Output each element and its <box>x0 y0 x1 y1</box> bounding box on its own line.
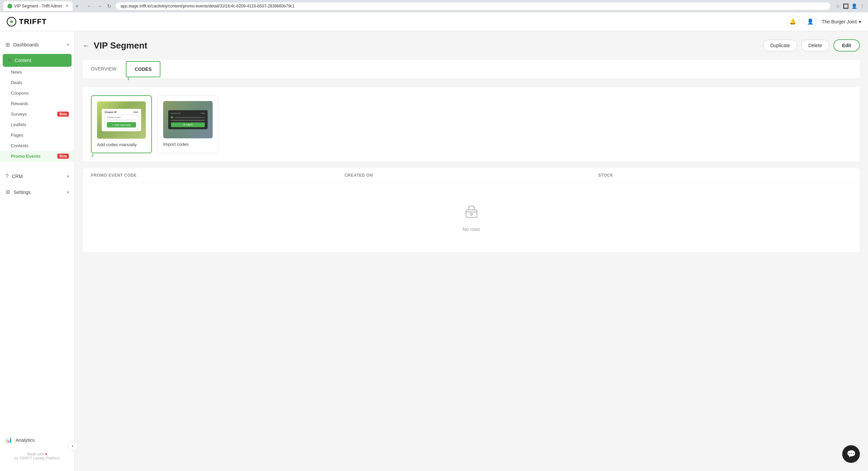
user-profile-icon: 👤 <box>807 18 814 25</box>
add-card-number: 2 <box>92 153 94 157</box>
import-codes-thumb-inner: Coupon ID Date ⬆ Import <box>168 110 208 129</box>
add-codes-inner-box: Coupon Codes + Add manually <box>104 115 138 129</box>
table-header: PROMO EVENT CODE CREATED ON STOCK <box>83 168 860 183</box>
svg-point-1 <box>470 213 472 215</box>
sidebar-footer: Made with ♥ by TRIFFT Loyalty Platform <box>0 447 74 466</box>
add-codes-card[interactable]: Coupon ID Date Coupon Codes + Add manual… <box>91 95 152 153</box>
footer-line2: by TRIFFT Loyalty Platform <box>5 456 69 460</box>
tab-codes[interactable]: CODES 1 <box>126 61 160 77</box>
table-col-stock: STOCK <box>598 173 852 178</box>
table-empty-state: No rows <box>83 183 860 252</box>
add-codes-thumb-inner: Coupon ID Date Coupon Codes + Add manual… <box>102 109 141 131</box>
add-codes-thumbnail: Coupon ID Date Coupon Codes + Add manual… <box>97 101 146 139</box>
edit-button[interactable]: Edit <box>833 39 860 52</box>
sidebar-item-dashboards[interactable]: ⊞ Dashboards ▾ <box>0 38 74 51</box>
app-container: TRIFFT 🔔 👤 The Burger Joint ▾ ⊞ Dashboar… <box>0 12 868 471</box>
sidebar-item-analytics[interactable]: 📊 Analytics <box>0 433 74 447</box>
sidebar-item-coupons[interactable]: Coupons <box>0 88 74 98</box>
sidebar-item-settings[interactable]: ⚙ Settings ▾ <box>0 185 74 199</box>
profile-icon[interactable]: 👤 <box>851 3 857 9</box>
restaurant-name: The Burger Joint <box>822 19 857 24</box>
forward-browser-button[interactable]: → <box>95 3 103 9</box>
browser-tabs: VIP Segment - Trifft Admin ✕ + <box>3 1 80 11</box>
crm-chevron-icon: ▾ <box>67 174 69 179</box>
duplicate-button[interactable]: Duplicate <box>763 40 797 51</box>
surveys-label: Surveys <box>11 112 27 117</box>
promo-events-beta-badge: Beta <box>57 154 69 159</box>
tab-favicon <box>7 4 12 8</box>
rewards-label: Rewards <box>11 101 28 106</box>
import-thumb-btn: ⬆ Import <box>171 122 205 127</box>
surveys-beta-badge: Beta <box>57 112 69 117</box>
restaurant-selector[interactable]: The Burger Joint ▾ <box>822 19 862 24</box>
page-title-area: ← VIP Segment <box>83 40 147 51</box>
table-col-promo-code: PROMO EVENT CODE <box>91 173 345 178</box>
sidebar-crm-label: CRM <box>12 174 63 179</box>
notification-button[interactable]: 🔔 <box>787 16 799 28</box>
settings-icon: ⚙ <box>5 189 10 195</box>
main-content: ← VIP Segment Duplicate Delete Edit OVER… <box>75 31 868 471</box>
empty-text: No rows <box>463 227 480 232</box>
app-logo: TRIFFT <box>7 17 47 26</box>
sidebar-collapse-button[interactable]: ‹ <box>68 441 77 451</box>
chat-widget-button[interactable]: 💬 <box>842 445 860 463</box>
chevron-down-icon: ▾ <box>859 19 861 24</box>
sidebar-settings-section: ⚙ Settings ▾ <box>0 184 74 200</box>
tab-overview[interactable]: OVERVIEW <box>83 61 124 77</box>
tab-overview-label: OVERVIEW <box>91 66 116 72</box>
coupons-label: Coupons <box>11 91 28 96</box>
chat-icon: 💬 <box>847 450 856 458</box>
back-button[interactable]: ← <box>83 42 90 50</box>
sidebar-divider-1 <box>5 165 69 166</box>
sidebar-item-content[interactable]: ≡ Content ▴ <box>3 54 72 67</box>
leaflets-label: Leaflets <box>11 122 26 127</box>
sidebar-content-label: Content <box>15 58 61 63</box>
crm-icon: ? <box>5 173 8 179</box>
add-codes-green-btn: + Add manually <box>107 122 136 127</box>
user-profile-button[interactable]: 👤 <box>804 16 816 28</box>
sidebar-dashboards-label: Dashboards <box>13 42 63 47</box>
table-col-created-on: CREATED ON <box>345 173 598 178</box>
active-browser-tab[interactable]: VIP Segment - Trifft Admin ✕ <box>3 1 73 11</box>
import-thumb-row <box>171 120 205 121</box>
import-codes-card[interactable]: Coupon ID Date ⬆ Import <box>157 95 218 153</box>
content-chevron-icon: ▴ <box>64 58 66 63</box>
settings-chevron-icon: ▾ <box>67 190 69 195</box>
reload-browser-button[interactable]: ↻ <box>105 3 113 9</box>
analytics-icon: 📊 <box>5 437 12 443</box>
sidebar-item-pages[interactable]: Pages <box>0 130 74 140</box>
browser-action-icons: ☆ 🔲 👤 ⋮ <box>836 3 865 9</box>
sidebar-item-promo-events[interactable]: Promo Events Beta <box>0 151 74 161</box>
bookmark-icon[interactable]: ☆ <box>836 3 840 9</box>
address-bar[interactable]: app.stage.trifft.io/cacitokiy/content/pr… <box>116 2 830 10</box>
back-arrow-icon: ← <box>83 42 90 50</box>
sidebar-settings-label: Settings <box>14 190 63 195</box>
more-icon[interactable]: ⋮ <box>860 3 865 9</box>
deals-label: Deals <box>11 80 22 85</box>
add-codes-label: Add codes manually <box>97 142 146 147</box>
url-text: app.stage.trifft.io/cacitokiy/content/pr… <box>120 4 294 8</box>
sidebar-item-crm[interactable]: ? CRM ▾ <box>0 170 74 183</box>
tabs-bar: OVERVIEW CODES 1 <box>83 60 860 79</box>
import-thumb-dot <box>171 116 173 118</box>
extensions-icon[interactable]: 🔲 <box>843 3 849 9</box>
empty-box-icon <box>463 203 480 222</box>
sidebar-item-news[interactable]: News <box>0 67 74 77</box>
sidebar-item-surveys[interactable]: Surveys Beta <box>0 109 74 119</box>
page-actions: Duplicate Delete Edit <box>763 39 860 52</box>
import-upload-icon: ⬆ Import <box>183 123 193 126</box>
pages-label: Pages <box>11 133 23 138</box>
sidebar-item-leaflets[interactable]: Leaflets <box>0 119 74 130</box>
delete-button[interactable]: Delete <box>801 40 829 51</box>
browser-chrome: VIP Segment - Trifft Admin ✕ + ← → ↻ app… <box>0 0 868 12</box>
tab-close-button[interactable]: ✕ <box>65 4 69 8</box>
back-browser-button[interactable]: ← <box>85 3 93 9</box>
sidebar-item-rewards[interactable]: Rewards <box>0 98 74 109</box>
sidebar-item-deals[interactable]: Deals <box>0 77 74 88</box>
collapse-icon: ‹ <box>72 444 73 448</box>
codes-table: PROMO EVENT CODE CREATED ON STOCK No row… <box>83 168 860 252</box>
new-tab-button[interactable]: + <box>74 3 80 9</box>
page-header: ← VIP Segment Duplicate Delete Edit <box>83 39 860 52</box>
sidebar-item-contests[interactable]: Contests <box>0 140 74 151</box>
sidebar-content-section: ≡ Content ▴ News Deals Coupons Rewards S… <box>0 53 74 163</box>
